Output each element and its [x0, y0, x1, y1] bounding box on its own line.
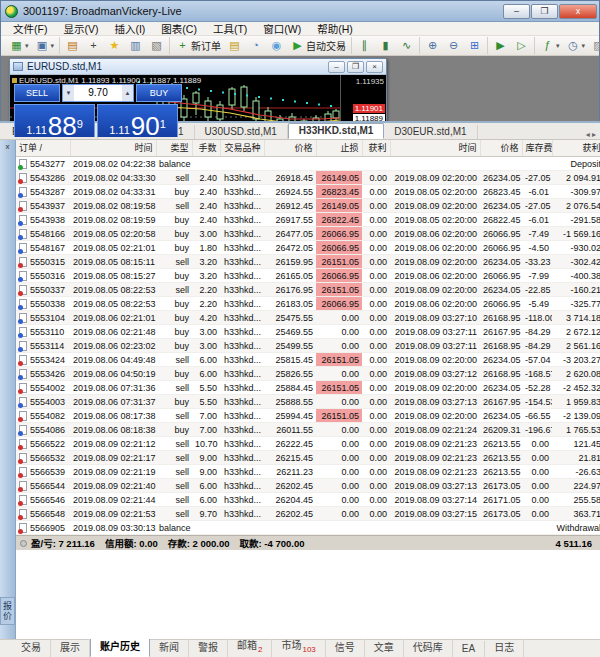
terminal-tab-警报[interactable]: 警报: [189, 637, 228, 657]
buy-button[interactable]: BUY: [136, 84, 182, 102]
sell-price-panel[interactable]: 1.11 88 9: [14, 104, 95, 137]
chart-tab-H33HKD.std,M1[interactable]: H33HKD.std,M1: [288, 123, 384, 139]
indicators-button[interactable]: ƒ▾: [537, 37, 563, 54]
history-row[interactable]: 55531142019.08.06 02:23:02buy3.00h33hkd.…: [16, 339, 600, 353]
mql5-community-button[interactable]: ◉: [266, 37, 287, 54]
terminal-tab-文章[interactable]: 文章: [365, 637, 404, 657]
chart-tab-U30USD.std,M1[interactable]: U30USD.std,M1: [195, 125, 288, 139]
terminal-button[interactable]: ▤: [224, 37, 245, 54]
column-header-5[interactable]: 价格: [264, 140, 316, 157]
terminal-tab-EA[interactable]: EA: [453, 641, 485, 657]
history-row[interactable]: 55540862019.08.06 08:18:38buy7.00h33hkd.…: [16, 423, 600, 437]
market-watch-button[interactable]: ▤: [62, 37, 83, 54]
history-row[interactable]: 55531042019.08.06 02:21:01buy4.20h33hkd.…: [16, 311, 600, 325]
minimize-button[interactable]: –: [503, 4, 530, 19]
history-row[interactable]: 55503372019.08.05 08:22:53sell2.20h33hkd…: [16, 283, 600, 297]
chart-window-titlebar[interactable]: EURUSD.std,M1 – ❐ ×: [10, 59, 386, 75]
history-row[interactable]: 55503162019.08.05 08:15:27buy3.20h33hkd.…: [16, 269, 600, 283]
auto-scroll-button[interactable]: ▶: [490, 37, 511, 54]
panel-close-icon[interactable]: x: [3, 142, 12, 152]
new-order-button[interactable]: +新订单: [172, 37, 224, 54]
chevron-down-icon[interactable]: ▾: [582, 42, 586, 50]
chart-close-button[interactable]: ×: [366, 61, 383, 73]
menu-插入(I)[interactable]: 插入(I): [106, 21, 153, 36]
column-header-7[interactable]: 获利: [362, 140, 390, 157]
volume-down-icon[interactable]: ▼: [63, 85, 74, 101]
menu-文件(F)[interactable]: 文件(F): [5, 21, 55, 36]
chart-shift-button[interactable]: ▷: [511, 37, 532, 54]
new-chart-button[interactable]: ▦▾: [6, 37, 32, 54]
collapsed-market-watch-tab[interactable]: 报价: [0, 597, 15, 625]
favorites-button[interactable]: ★: [104, 37, 125, 54]
column-header-3[interactable]: 手数: [192, 140, 220, 157]
bar-chart-button[interactable]: ∥: [354, 37, 375, 54]
strategy-tester-button[interactable]: ◔: [245, 37, 266, 54]
volume-up-icon[interactable]: ▲: [122, 85, 133, 101]
menu-显示(V)[interactable]: 显示(V): [55, 21, 106, 36]
history-row[interactable]: 55665392019.08.09 02:21:19sell9.00h33hkd…: [16, 465, 600, 479]
chevron-down-icon[interactable]: ▾: [25, 42, 29, 50]
history-row[interactable]: 55665222019.08.09 02:21:12sell10.70h33hk…: [16, 437, 600, 451]
chevron-down-icon[interactable]: ▾: [51, 42, 55, 50]
terminal-tab-展示[interactable]: 展示: [51, 637, 90, 657]
history-row[interactable]: 55481672019.08.05 02:21:01buy1.80h33hkd.…: [16, 241, 600, 255]
periods-button[interactable]: ◷▾: [563, 37, 589, 54]
profiles-button[interactable]: ▣▾: [32, 37, 58, 54]
history-row[interactable]: 55531102019.08.06 02:21:48buy3.00h33hkd.…: [16, 325, 600, 339]
history-row[interactable]: 55432862019.08.02 04:33:30sell2.40h33hkd…: [16, 171, 600, 185]
menu-工具(T)[interactable]: 工具(T): [205, 21, 255, 36]
maximize-button[interactable]: ❐: [531, 4, 558, 19]
terminal-tab-代码库[interactable]: 代码库: [404, 637, 453, 657]
column-header-8[interactable]: 时间: [390, 140, 480, 157]
column-header-2[interactable]: 类型: [156, 140, 192, 157]
history-row[interactable]: 55665482019.08.09 02:21:53sell9.70h33hkd…: [16, 507, 600, 521]
history-row[interactable]: 55540822019.08.06 08:17:38sell7.00h33hkd…: [16, 409, 600, 423]
history-row[interactable]: 55540022019.08.06 07:31:36sell5.50h33hkd…: [16, 381, 600, 395]
column-header-10[interactable]: 库存费: [522, 140, 552, 157]
close-button[interactable]: x: [559, 4, 597, 19]
crosshair-button[interactable]: +: [83, 37, 104, 54]
zoom-out-button[interactable]: ⊖: [443, 37, 464, 54]
candlestick-chart-button[interactable]: ▮: [375, 37, 396, 54]
column-header-1[interactable]: 时间: [70, 140, 156, 157]
chevron-down-icon[interactable]: ▾: [556, 42, 560, 50]
history-row[interactable]: 55669052019.08.09 03:30:13balanceWithdra…: [16, 521, 600, 535]
chart-tab-D30EUR.std,M1[interactable]: D30EUR.std,M1: [384, 125, 477, 139]
history-row[interactable]: 55481662019.08.05 02:20:58buy3.00h33hkd.…: [16, 227, 600, 241]
line-chart-button[interactable]: ∿: [396, 37, 417, 54]
data-window-button[interactable]: ▥: [125, 37, 146, 54]
chart-restore-button[interactable]: ❐: [347, 61, 364, 73]
navigator-button[interactable]: ▧: [146, 37, 167, 54]
history-row[interactable]: 55665462019.08.09 02:21:44sell6.00h33hkd…: [16, 493, 600, 507]
menu-帮助(H)[interactable]: 帮助(H): [309, 21, 361, 36]
templates-button[interactable]: ▨▾: [588, 37, 600, 54]
tab-scroll-arrows[interactable]: ◂ ▸: [586, 130, 600, 139]
history-row[interactable]: 55432872019.08.02 04:33:31buy2.40h33hkd.…: [16, 185, 600, 199]
column-header-11[interactable]: 获利: [552, 140, 600, 157]
column-header-4[interactable]: 交易品种: [220, 140, 264, 157]
autotrading-button[interactable]: ▶自动交易: [287, 37, 349, 54]
terminal-tab-交易[interactable]: 交易: [12, 637, 51, 657]
chart-minimize-button[interactable]: –: [328, 61, 345, 73]
history-row[interactable]: 55432772019.08.02 04:22:38balanceDeposit…: [16, 157, 600, 171]
menu-图表(C)[interactable]: 图表(C): [153, 21, 205, 36]
history-row[interactable]: 55534262019.08.06 04:50:19buy6.00h33hkd.…: [16, 367, 600, 381]
terminal-tab-新闻[interactable]: 新闻: [150, 637, 189, 657]
history-row[interactable]: 55439372019.08.02 08:19:58sell2.40h33hkd…: [16, 199, 600, 213]
column-header-9[interactable]: 价格: [480, 140, 522, 157]
history-row[interactable]: 55540032019.08.06 07:31:37buy5.50h33hkd.…: [16, 395, 600, 409]
buy-price-panel[interactable]: 1.11 90 1: [97, 104, 178, 137]
history-row[interactable]: 55534242019.08.06 04:49:48sell6.00h33hkd…: [16, 353, 600, 367]
history-row[interactable]: 55503152019.08.05 08:15:11sell3.20h33hkd…: [16, 255, 600, 269]
volume-value[interactable]: 9.70: [74, 85, 122, 101]
volume-stepper[interactable]: ▼ 9.70 ▲: [62, 84, 134, 102]
tile-windows-button[interactable]: ⊞: [464, 37, 485, 54]
column-header-0[interactable]: 订单 /: [16, 140, 70, 157]
history-row[interactable]: 55503382019.08.05 08:22:53buy2.20h33hkd.…: [16, 297, 600, 311]
column-header-6[interactable]: 止损: [316, 140, 362, 157]
history-row[interactable]: 55665322019.08.09 02:21:17sell9.00h33hkd…: [16, 451, 600, 465]
menu-窗口(W)[interactable]: 窗口(W): [255, 21, 309, 36]
terminal-tab-日志[interactable]: 日志: [485, 637, 524, 657]
history-row[interactable]: 55665442019.08.09 02:21:40sell6.00h33hkd…: [16, 479, 600, 493]
zoom-in-button[interactable]: ⊕: [422, 37, 443, 54]
